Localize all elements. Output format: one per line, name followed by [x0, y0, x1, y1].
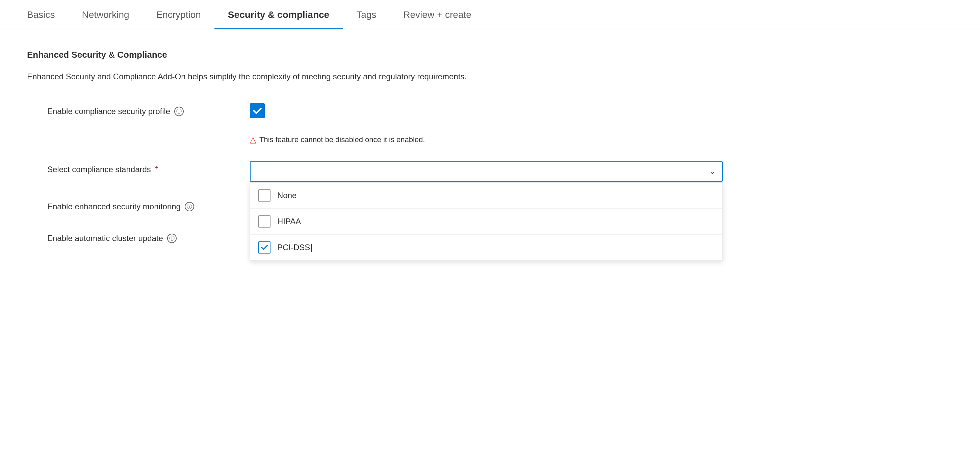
pci-dss-label: PCI-DSS: [277, 243, 312, 252]
select-compliance-standards-label: Select compliance standards *: [47, 161, 250, 174]
warning-message: This feature cannot be disabled once it …: [259, 135, 425, 144]
tab-review-create[interactable]: Review + create: [390, 0, 485, 29]
tab-navigation: Basics Networking Encryption Security & …: [0, 0, 980, 29]
main-content: Enhanced Security & Compliance Enhanced …: [0, 29, 743, 282]
page-container: Basics Networking Encryption Security & …: [0, 0, 980, 474]
select-compliance-standards-control: ⌄ None HIPA: [250, 161, 723, 181]
tab-encryption[interactable]: Encryption: [143, 0, 215, 29]
tab-basics[interactable]: Basics: [14, 0, 68, 29]
security-monitoring-info-icon[interactable]: ⓘ: [185, 202, 194, 212]
section-description: Enhanced Security and Compliance Add-On …: [27, 70, 500, 83]
compliance-standards-dropdown: ⌄ None HIPA: [250, 161, 723, 181]
tab-security-compliance[interactable]: Security & compliance: [215, 0, 343, 29]
enable-security-monitoring-label: Enable enhanced security monitoring ⓘ: [47, 199, 250, 212]
none-label: None: [277, 191, 296, 200]
warning-text: △ This feature cannot be disabled once i…: [250, 135, 425, 145]
compliance-standards-dropdown-menu: None HIPAA: [250, 182, 723, 261]
compliance-standards-dropdown-input[interactable]: ⌄: [250, 161, 723, 181]
tab-networking[interactable]: Networking: [68, 0, 143, 29]
warning-row: △ This feature cannot be disabled once i…: [27, 135, 716, 145]
enable-compliance-profile-row: Enable compliance security profile ⓘ: [27, 103, 716, 118]
enable-compliance-profile-control: [250, 103, 716, 118]
dropdown-item-hipaa[interactable]: HIPAA: [250, 208, 722, 235]
warning-icon: △: [250, 135, 256, 145]
required-star: *: [155, 165, 158, 174]
pci-dss-checkbox[interactable]: [258, 242, 270, 253]
chevron-down-icon: ⌄: [709, 167, 715, 176]
hipaa-checkbox[interactable]: [258, 215, 270, 227]
dropdown-item-none[interactable]: None: [250, 183, 722, 208]
enable-compliance-profile-label: Enable compliance security profile ⓘ: [47, 103, 250, 116]
compliance-profile-info-icon[interactable]: ⓘ: [174, 107, 184, 116]
select-compliance-standards-row: Select compliance standards * ⌄: [27, 161, 716, 181]
enable-compliance-profile-checkbox[interactable]: [250, 103, 265, 118]
section-title: Enhanced Security & Compliance: [27, 49, 716, 60]
none-checkbox[interactable]: [258, 189, 270, 202]
tab-tags[interactable]: Tags: [343, 0, 390, 29]
dropdown-item-pci-dss[interactable]: PCI-DSS: [250, 235, 722, 260]
enable-automatic-cluster-update-label: Enable automatic cluster update ⓘ: [47, 230, 250, 243]
automatic-cluster-update-info-icon[interactable]: ⓘ: [167, 234, 177, 243]
hipaa-label: HIPAA: [277, 217, 301, 226]
